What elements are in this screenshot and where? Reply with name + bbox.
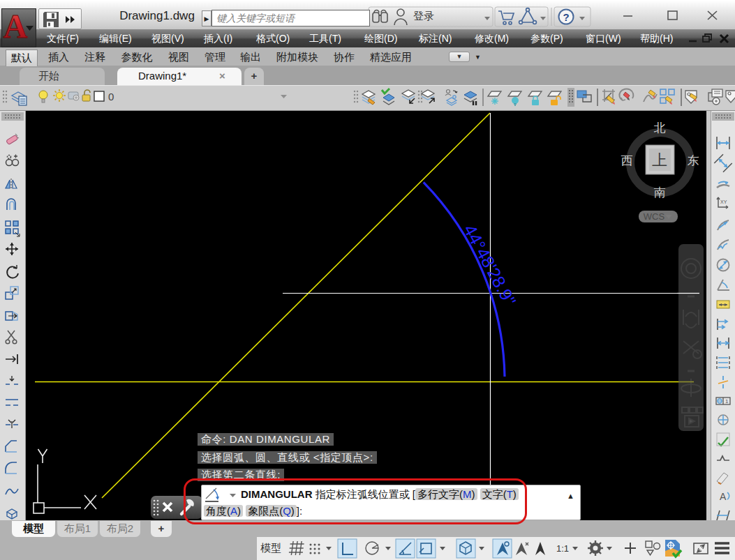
svg-text:A: A (720, 491, 727, 502)
svg-text:XY: XY (720, 199, 727, 204)
svg-text:西: 西 (621, 154, 633, 167)
svg-text:1:1: 1:1 (556, 543, 569, 554)
svg-text:南: 南 (654, 186, 666, 199)
svg-text:WCS: WCS (644, 211, 665, 222)
svg-text:A: A (3, 9, 28, 45)
svg-text:北: 北 (654, 121, 666, 135)
svg-text:0: 0 (108, 91, 114, 103)
svg-text:上: 上 (652, 151, 667, 169)
svg-text:?: ? (563, 11, 569, 23)
svg-text:东: 东 (688, 154, 699, 167)
svg-text:1: 1 (725, 398, 729, 404)
